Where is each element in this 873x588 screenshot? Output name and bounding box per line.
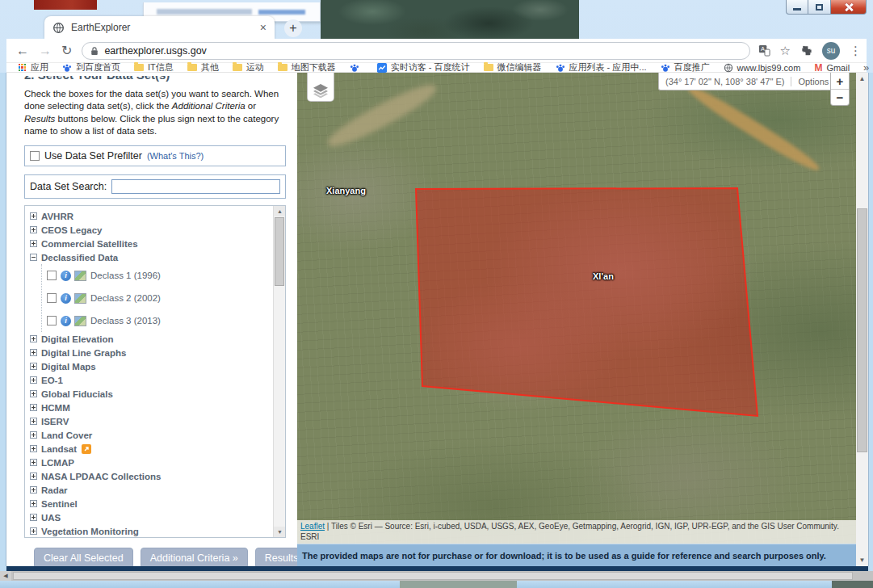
tree-category-commercial[interactable]: Commercial Satellites xyxy=(30,237,272,250)
scroll-up-icon[interactable]: ▲ xyxy=(856,73,868,85)
tree-category-eo1[interactable]: EO-1 xyxy=(30,373,272,387)
scroll-down-icon[interactable]: ▼ xyxy=(274,527,286,537)
map-thumbnail-icon[interactable] xyxy=(74,316,86,326)
bookmark-folder-other[interactable]: 其他 xyxy=(187,61,219,74)
minimize-button[interactable] xyxy=(786,0,808,15)
dataset-search-input[interactable] xyxy=(111,179,280,194)
scroll-left-icon[interactable]: ◀ xyxy=(0,571,11,581)
info-icon[interactable]: i xyxy=(61,271,71,281)
tree-category-radar[interactable]: Radar xyxy=(30,483,272,497)
expand-plus-icon[interactable] xyxy=(30,527,37,535)
expand-plus-icon[interactable] xyxy=(30,212,37,220)
dataset-checkbox[interactable] xyxy=(47,271,57,280)
address-bar[interactable]: earthexplorer.usgs.gov xyxy=(82,42,750,60)
extensions-puzzle-icon[interactable] xyxy=(800,44,812,57)
bookmark-folder-mapdl[interactable]: 地图下载器 xyxy=(278,61,336,74)
forward-icon[interactable]: → xyxy=(39,44,52,58)
info-icon[interactable]: i xyxy=(61,293,71,304)
map-thumbnail-icon[interactable] xyxy=(74,271,86,281)
expand-plus-icon[interactable] xyxy=(30,376,37,384)
expand-plus-icon[interactable] xyxy=(30,335,37,342)
bookmark-baidu[interactable] xyxy=(350,63,363,73)
expand-plus-icon[interactable] xyxy=(30,445,37,452)
collapse-minus-icon[interactable] xyxy=(30,254,37,261)
browser-tab[interactable]: EarthExplorer × xyxy=(44,16,275,39)
tree-category-digital-elevation[interactable]: Digital Elevation xyxy=(30,332,272,346)
expand-plus-icon[interactable] xyxy=(30,226,37,233)
horizontal-scrollbar-thumb[interactable] xyxy=(13,572,853,580)
tree-scrollbar-thumb[interactable] xyxy=(275,217,284,286)
tab-close-icon[interactable]: × xyxy=(260,21,267,34)
dataset-row-declass3[interactable]: iDeclass 3 (2013) xyxy=(42,309,272,332)
map-thumbnail-icon[interactable] xyxy=(74,293,86,304)
tree-category-avhrr[interactable]: AVHRR xyxy=(30,209,272,223)
bookmark-folder-it[interactable]: IT信息 xyxy=(134,61,174,74)
bookmark-folder-wechat[interactable]: 微信编辑器 xyxy=(484,61,542,74)
tree-category-lcmap[interactable]: LCMAP xyxy=(30,456,272,469)
dataset-checkbox[interactable] xyxy=(47,293,57,303)
maximize-button[interactable] xyxy=(808,0,831,15)
expand-plus-icon[interactable] xyxy=(30,500,37,507)
bookmark-gmail[interactable]: MGmail xyxy=(814,62,850,74)
zoom-out-button[interactable]: − xyxy=(831,89,849,105)
expand-plus-icon[interactable] xyxy=(30,418,37,425)
info-icon[interactable]: i xyxy=(61,316,71,326)
bookmark-star-icon[interactable]: ☆ xyxy=(780,44,791,58)
expand-plus-icon[interactable] xyxy=(30,459,37,466)
bookmark-app-list[interactable]: 应用列表 - 应用中... xyxy=(556,61,647,74)
scroll-down-icon[interactable]: ▼ xyxy=(856,554,868,566)
tree-category-ceos[interactable]: CEOS Legacy xyxy=(30,223,272,237)
expand-plus-icon[interactable] xyxy=(30,431,37,439)
translate-icon[interactable]: A xyxy=(758,44,770,57)
expand-plus-icon[interactable] xyxy=(30,404,37,411)
tree-category-sentinel[interactable]: Sentinel xyxy=(30,497,272,510)
tree-category-vegetation-monitoring[interactable]: Vegetation Monitoring xyxy=(30,524,272,538)
close-button[interactable] xyxy=(831,0,867,15)
bookmark-baidu-promo[interactable]: 百度推广 xyxy=(661,61,710,74)
landsat-badge-icon[interactable] xyxy=(82,444,91,454)
tree-category-nasa-lpdaac[interactable]: NASA LPDAAC Collections xyxy=(30,469,272,483)
page-scrollbar-thumb[interactable] xyxy=(857,208,867,452)
bookmark-baidu-home[interactable]: 到百度首页 xyxy=(62,61,120,74)
tree-category-land-cover[interactable]: Land Cover xyxy=(30,428,272,442)
expand-plus-icon[interactable] xyxy=(30,349,37,356)
dataset-row-declass2[interactable]: iDeclass 2 (2002) xyxy=(42,287,272,309)
bookmarks-overflow-chevron-icon[interactable]: » xyxy=(863,61,869,74)
whats-this-link[interactable]: (What's This?) xyxy=(147,151,204,161)
page-scrollbar[interactable]: ▲ ▼ xyxy=(856,73,868,566)
map-viewport[interactable]: Xianyang XI'an (34° 17' 02" N, 108° 38' … xyxy=(297,73,856,544)
tree-category-declassified[interactable]: Declassified Data xyxy=(30,250,272,264)
dataset-row-declass1[interactable]: iDeclass 1 (1996) xyxy=(42,264,272,287)
horizontal-scrollbar[interactable]: ◀ xyxy=(0,571,873,581)
tree-category-uas[interactable]: UAS xyxy=(30,510,272,524)
profile-avatar[interactable]: su xyxy=(822,42,840,60)
new-tab-button[interactable]: + xyxy=(284,19,302,37)
leaflet-link[interactable]: Leaflet xyxy=(300,522,325,531)
bookmark-apps[interactable]: 应用 xyxy=(18,61,48,74)
tree-category-global-fiducials[interactable]: Global Fiducials xyxy=(30,387,272,401)
options-button[interactable]: Options xyxy=(791,77,835,86)
tree-category-iserv[interactable]: ISERV xyxy=(30,414,272,428)
bookmark-folder-sport[interactable]: 运动 xyxy=(233,61,264,74)
tree-category-digital-maps[interactable]: Digital Maps xyxy=(30,359,272,373)
expand-plus-icon[interactable] xyxy=(30,240,37,247)
zoom-in-button[interactable]: + xyxy=(831,73,849,89)
tree-category-landsat[interactable]: Landsat xyxy=(30,442,272,456)
reload-icon[interactable]: ↻ xyxy=(61,43,72,58)
tree-category-hcmm[interactable]: HCMM xyxy=(30,401,272,414)
bookmark-lbjs[interactable]: www.lbjs99.com xyxy=(724,63,801,73)
back-icon[interactable]: ← xyxy=(16,44,29,58)
dataset-checkbox[interactable] xyxy=(47,316,57,326)
expand-plus-icon[interactable] xyxy=(30,486,37,494)
menu-kebab-icon[interactable]: ⋮ xyxy=(850,44,862,58)
bookmark-baidu-stats[interactable]: 实时访客 - 百度统计 xyxy=(377,61,470,74)
expand-plus-icon[interactable] xyxy=(30,390,37,397)
expand-plus-icon[interactable] xyxy=(30,363,37,370)
prefilter-checkbox[interactable] xyxy=(30,151,40,161)
tree-category-digital-line-graphs[interactable]: Digital Line Graphs xyxy=(30,346,272,359)
expand-plus-icon[interactable] xyxy=(30,514,37,521)
scroll-up-icon[interactable]: ▲ xyxy=(274,206,286,216)
tree-scrollbar[interactable]: ▲ ▼ xyxy=(273,206,285,537)
expand-plus-icon[interactable] xyxy=(30,472,37,480)
selection-polygon[interactable] xyxy=(297,73,856,544)
